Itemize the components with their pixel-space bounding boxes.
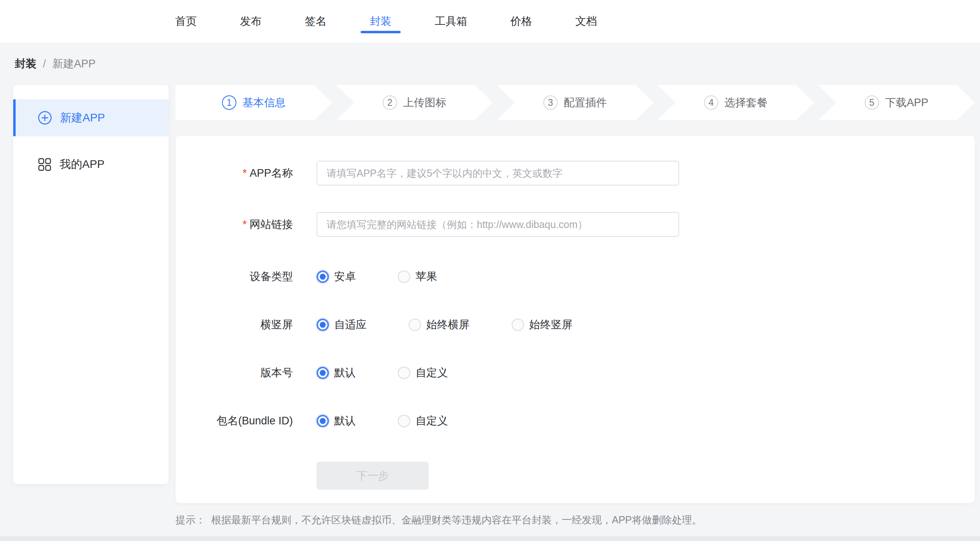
step-label: 配置插件 xyxy=(564,95,607,110)
radio-auto-adapt[interactable]: 自适应 xyxy=(317,317,367,332)
step-number: 2 xyxy=(383,95,397,110)
form-row-site-url: *网站链接 xyxy=(175,212,975,237)
radio-ios[interactable]: 苹果 xyxy=(398,269,437,284)
radio-version-default[interactable]: 默认 xyxy=(317,365,356,380)
breadcrumb-current: 新建APP xyxy=(52,57,96,71)
step-label: 下载APP xyxy=(885,95,928,110)
content-layout: 新建APP 我的APP 1 基本信息 2 上传 xyxy=(13,85,975,527)
radio-bundle-default[interactable]: 默认 xyxy=(317,414,356,428)
nav-tab-sign[interactable]: 签名 xyxy=(305,14,327,28)
radio-unselected-icon xyxy=(398,270,410,283)
hint-prefix: 提示： xyxy=(175,514,206,525)
main-content: 1 基本信息 2 上传图标 3 配置插件 4 选择套餐 5 下载APP xyxy=(175,85,975,527)
sidebar: 新建APP 我的APP xyxy=(13,85,169,484)
form-row-version: 版本号 默认 自定义 xyxy=(175,365,975,380)
radio-unselected-icon xyxy=(409,319,421,331)
sidebar-item-my-apps[interactable]: 我的APP xyxy=(13,146,169,183)
steps-wizard: 1 基本信息 2 上传图标 3 配置插件 4 选择套餐 5 下载APP xyxy=(175,85,975,120)
radio-unselected-icon xyxy=(512,319,524,331)
radio-unselected-icon xyxy=(398,415,410,427)
radio-bundle-custom[interactable]: 自定义 xyxy=(398,414,448,428)
required-asterisk: * xyxy=(242,218,247,230)
radio-selected-icon xyxy=(317,319,329,331)
nav-tab-pricing[interactable]: 价格 xyxy=(510,14,532,28)
hint-text: 提示：根据最新平台规则，不允许区块链虚拟币、金融理财类等违规内容在平台封装，一经… xyxy=(175,513,975,527)
field-label-bundle-id: 包名(Bundle ID) xyxy=(175,414,293,428)
radio-label: 安卓 xyxy=(334,269,356,284)
step-4-select-plan: 4 选择套餐 xyxy=(657,85,814,120)
step-number: 4 xyxy=(704,95,718,110)
step-number: 1 xyxy=(222,95,236,110)
form-row-device-type: 设备类型 安卓 苹果 xyxy=(175,269,975,284)
app-name-input[interactable] xyxy=(317,161,679,186)
bottom-strip xyxy=(0,536,980,541)
radio-selected-icon xyxy=(317,415,329,427)
top-navigation: 首页 发布 签名 封装 工具箱 价格 文档 xyxy=(0,0,980,42)
radio-version-custom[interactable]: 自定义 xyxy=(398,365,448,380)
next-step-button[interactable]: 下一步 xyxy=(317,462,429,490)
bundle-id-radio-group: 默认 自定义 xyxy=(317,414,490,428)
field-label-device-type: 设备类型 xyxy=(175,269,293,284)
version-radio-group: 默认 自定义 xyxy=(317,365,490,380)
form-row-app-name: *APP名称 xyxy=(175,161,975,186)
radio-unselected-icon xyxy=(398,367,410,379)
sidebar-item-label: 我的APP xyxy=(60,157,105,172)
radio-selected-icon xyxy=(317,270,329,283)
step-number: 5 xyxy=(865,95,879,110)
step-label: 选择套餐 xyxy=(724,95,768,110)
plus-circle-icon xyxy=(38,111,52,125)
radio-label: 苹果 xyxy=(415,269,437,284)
field-label-app-name: *APP名称 xyxy=(175,166,293,180)
radio-label: 自适应 xyxy=(334,317,367,332)
radio-label: 默认 xyxy=(334,414,356,428)
radio-label: 自定义 xyxy=(415,365,448,380)
sidebar-item-label: 新建APP xyxy=(60,110,105,125)
step-5-download-app: 5 下载APP xyxy=(818,85,975,120)
sidebar-item-new-app[interactable]: 新建APP xyxy=(13,99,169,136)
nav-tab-docs[interactable]: 文档 xyxy=(575,14,597,28)
device-type-radio-group: 安卓 苹果 xyxy=(317,269,479,284)
radio-label: 自定义 xyxy=(415,414,448,428)
breadcrumb: 封装 / 新建APP xyxy=(0,42,980,72)
breadcrumb-section[interactable]: 封装 xyxy=(15,57,36,71)
grid-icon xyxy=(38,158,51,171)
field-label-orientation: 横竖屏 xyxy=(175,317,293,332)
nav-tab-home[interactable]: 首页 xyxy=(175,14,197,28)
step-2-upload-icon: 2 上传图标 xyxy=(336,85,493,120)
radio-always-landscape[interactable]: 始终横屏 xyxy=(409,317,470,332)
field-label-site-url: *网站链接 xyxy=(175,217,293,232)
step-3-configure-plugins: 3 配置插件 xyxy=(497,85,653,120)
radio-label: 始终横屏 xyxy=(426,317,470,332)
step-number: 3 xyxy=(543,95,558,110)
required-asterisk: * xyxy=(242,167,247,179)
radio-selected-icon xyxy=(317,367,329,379)
nav-tab-publish[interactable]: 发布 xyxy=(240,14,262,28)
form-panel: *APP名称 *网站链接 设备类型 xyxy=(175,136,975,503)
nav-tab-toolbox[interactable]: 工具箱 xyxy=(435,14,467,28)
form-row-orientation: 横竖屏 自适应 始终横屏 始终竖屏 xyxy=(175,317,975,332)
hint-body: 根据最新平台规则，不允许区块链虚拟币、金融理财类等违规内容在平台封装，一经发现，… xyxy=(211,514,702,525)
form-row-bundle-id: 包名(Bundle ID) 默认 自定义 xyxy=(175,414,975,428)
site-url-input[interactable] xyxy=(317,212,679,237)
breadcrumb-separator: / xyxy=(43,58,46,70)
app-window: 首页 发布 签名 封装 工具箱 价格 文档 封装 / 新建APP 新建APP xyxy=(0,0,980,541)
radio-label: 默认 xyxy=(334,365,356,380)
nav-tab-package[interactable]: 封装 xyxy=(370,14,391,28)
nav-tabs: 首页 发布 签名 封装 工具箱 价格 文档 xyxy=(175,14,597,28)
orientation-radio-group: 自适应 始终横屏 始终竖屏 xyxy=(317,317,615,332)
field-label-version: 版本号 xyxy=(175,365,293,380)
step-1-basic-info: 1 基本信息 xyxy=(175,85,332,120)
radio-always-portrait[interactable]: 始终竖屏 xyxy=(512,317,573,332)
step-label: 上传图标 xyxy=(403,95,446,110)
radio-android[interactable]: 安卓 xyxy=(317,269,356,284)
step-label: 基本信息 xyxy=(242,95,286,110)
radio-label: 始终竖屏 xyxy=(529,317,573,332)
